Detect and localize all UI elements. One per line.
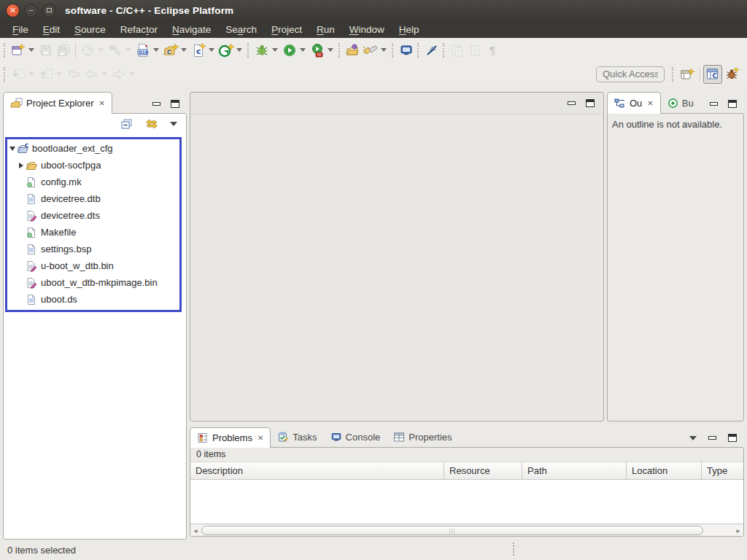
minimize-view-button[interactable] — [708, 436, 716, 440]
view-menu-button[interactable] — [170, 122, 177, 126]
external-tools-dropdown[interactable] — [326, 42, 334, 59]
problems-table-body[interactable] — [190, 480, 743, 524]
column-description[interactable]: Description — [190, 462, 444, 479]
link-with-editor-button[interactable] — [145, 118, 158, 130]
tab-console[interactable]: Console — [324, 427, 387, 448]
open-perspective-button[interactable] — [678, 65, 697, 84]
column-path[interactable]: Path — [522, 462, 627, 479]
menu-run[interactable]: Run — [310, 22, 341, 37]
console-button[interactable] — [398, 42, 415, 59]
binary-file-button[interactable]: 010 — [134, 42, 152, 59]
menu-edit[interactable]: Edit — [36, 22, 66, 37]
horizontal-scrollbar[interactable]: ◂ ||| ▸ — [190, 524, 743, 536]
maximize-view-button[interactable] — [171, 100, 179, 108]
maximize-editor-button[interactable] — [586, 99, 595, 107]
collapse-all-button[interactable] — [120, 118, 133, 130]
new-generate-button[interactable] — [217, 42, 235, 59]
new-c-file-button[interactable]: c — [190, 42, 207, 59]
menu-navigate[interactable]: Navigate — [166, 22, 217, 37]
toolbar-drag-handle[interactable] — [338, 43, 341, 58]
scroll-right-arrow[interactable]: ▸ — [733, 525, 743, 536]
search-dropdown[interactable] — [379, 42, 387, 59]
project-explorer-panel: Project Explorer ✕ — [3, 92, 187, 540]
save-all-button — [55, 42, 72, 59]
maximize-view-button[interactable] — [728, 434, 737, 442]
window-maximize-button[interactable] — [42, 4, 56, 18]
menu-source[interactable]: Source — [68, 22, 112, 37]
new-wizard-dropdown[interactable] — [27, 42, 35, 59]
tab-close-icon[interactable]: ✕ — [97, 99, 104, 107]
tab-project-explorer[interactable]: Project Explorer ✕ — [3, 92, 112, 114]
quick-access-input[interactable] — [596, 66, 665, 82]
menu-refactor[interactable]: Refactor — [114, 22, 164, 37]
toolbar-drag-handle[interactable] — [417, 43, 419, 58]
tree-item[interactable]: u-boot_w_dtb.bin — [7, 257, 183, 274]
c-project-folder-icon — [17, 143, 30, 155]
toolbar-drag-handle[interactable] — [4, 43, 6, 58]
tree-item[interactable]: settings.bsp — [7, 241, 183, 257]
new-generate-dropdown[interactable] — [235, 42, 243, 59]
tab-outline[interactable]: Ou ✕ — [607, 92, 661, 114]
maximize-view-button[interactable] — [728, 100, 737, 108]
new-wizard-button[interactable] — [9, 42, 27, 59]
tree-item[interactable]: uboot_w_dtb-mkpimage.bin — [7, 274, 183, 291]
column-resource[interactable]: Resource — [444, 462, 522, 479]
minimize-view-button[interactable] — [710, 102, 718, 106]
menu-window[interactable]: Window — [343, 22, 391, 37]
tab-close-icon[interactable]: ✕ — [646, 99, 653, 107]
tab-problems[interactable]: Problems ✕ — [190, 427, 271, 448]
tab-close-icon[interactable]: ✕ — [256, 434, 263, 442]
tree-item[interactable]: devicetree.dts — [7, 207, 183, 224]
expander-closed-icon[interactable] — [16, 163, 26, 168]
run-button[interactable] — [281, 42, 298, 59]
window-close-button[interactable]: ✕ — [6, 4, 20, 18]
menu-project[interactable]: Project — [265, 22, 309, 37]
toolbar-drag-handle[interactable] — [672, 67, 674, 82]
cpp-perspective-button[interactable]: C — [703, 65, 722, 84]
editor-area[interactable] — [190, 92, 604, 421]
toolbar-drag-handle[interactable] — [392, 43, 394, 58]
debug-dropdown[interactable] — [271, 42, 279, 59]
window-minimize-button[interactable]: − — [24, 4, 38, 18]
build-hammer-icon — [108, 43, 123, 58]
menu-file[interactable]: File — [6, 22, 35, 37]
scrollbar-thumb[interactable]: ||| — [201, 526, 703, 535]
column-location[interactable]: Location — [627, 462, 702, 479]
open-element-button[interactable] — [344, 42, 362, 59]
tab-label: Ou — [630, 98, 642, 109]
scroll-left-arrow[interactable]: ◂ — [190, 525, 201, 536]
tab-tasks[interactable]: Tasks — [271, 427, 323, 448]
run-dropdown[interactable] — [298, 42, 306, 59]
toolbar-separator — [75, 43, 76, 58]
debug-button[interactable] — [253, 42, 271, 59]
new-c-project-dropdown[interactable] — [179, 42, 187, 59]
tree-item[interactable]: uboot-socfpga — [7, 157, 183, 174]
expander-open-icon[interactable] — [7, 147, 17, 151]
tree-item[interactable]: bootloader_ext_cfg — [7, 140, 183, 157]
minimize-editor-button[interactable] — [568, 101, 576, 105]
search-button[interactable] — [362, 42, 379, 59]
external-tools-button[interactable] — [309, 42, 326, 59]
binary-file-dropdown[interactable] — [152, 42, 160, 59]
menu-help[interactable]: Help — [392, 22, 426, 37]
next-annotation-icon — [11, 67, 26, 82]
toolbar-drag-handle[interactable] — [4, 67, 6, 82]
tree-item[interactable]: Makefile — [7, 224, 183, 241]
toolbar-drag-handle[interactable] — [247, 43, 249, 58]
new-c-file-dropdown[interactable] — [207, 42, 215, 59]
tab-build-targets[interactable]: Bu — [661, 93, 700, 114]
toggle-mark-occurrences-button[interactable] — [423, 42, 441, 59]
minimize-view-button[interactable] — [152, 102, 160, 106]
editor-tabstrip — [190, 93, 603, 114]
column-type[interactable]: Type — [702, 462, 743, 479]
tab-properties[interactable]: Properties — [387, 427, 458, 448]
debug-perspective-button[interactable] — [722, 65, 741, 84]
forward-dropdown — [128, 66, 136, 83]
tree-item[interactable]: uboot.ds — [7, 291, 183, 308]
tree-item[interactable]: config.mk — [7, 174, 183, 190]
toolbar-drag-handle[interactable] — [443, 43, 445, 58]
view-menu-button[interactable] — [689, 436, 697, 440]
tree-item[interactable]: devicetree.dtb — [7, 190, 183, 207]
menu-search[interactable]: Search — [219, 22, 263, 37]
new-c-project-button[interactable]: C — [162, 42, 179, 59]
